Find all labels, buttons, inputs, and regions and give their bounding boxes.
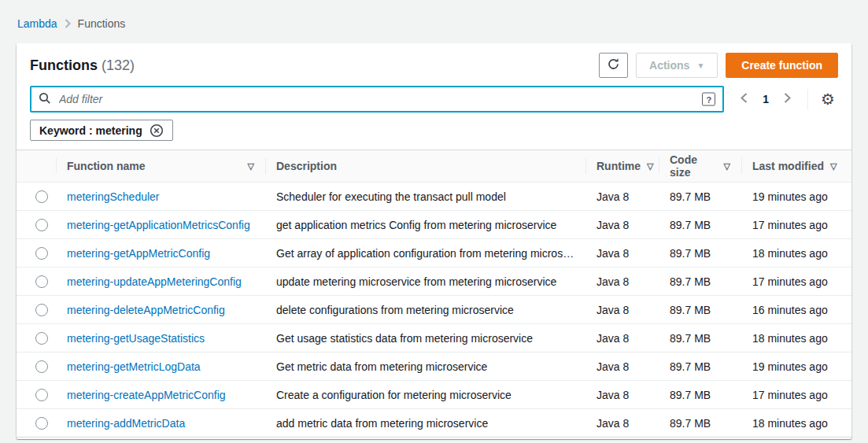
column-header-code-size[interactable]: Code size ▽ [659, 150, 741, 182]
column-header-last-modified[interactable]: Last modified ▽ [741, 150, 851, 182]
function-description: Create a configuration for metering micr… [265, 389, 585, 401]
function-description: delete configurations from metering micr… [265, 304, 585, 316]
sort-icon[interactable]: ▽ [248, 161, 254, 172]
row-select-radio[interactable] [35, 332, 48, 345]
function-runtime: Java 8 [585, 247, 659, 260]
function-last-modified: 19 minutes ago [741, 360, 851, 373]
column-header-description: Description [265, 150, 585, 182]
breadcrumb-functions: Functions [78, 17, 126, 30]
column-label: Code size [670, 153, 718, 179]
row-select-radio[interactable] [35, 360, 48, 373]
function-code-size: 89.7 MB [659, 247, 741, 260]
chevron-right-icon [783, 92, 792, 106]
function-name-link[interactable]: metering-getUsageStatistics [67, 332, 205, 345]
function-runtime: Java 8 [585, 389, 659, 401]
function-last-modified: 18 minutes ago [741, 332, 851, 345]
function-name-link[interactable]: metering-createAppMetricConfig [67, 389, 226, 401]
function-runtime: Java 8 [585, 360, 659, 373]
function-runtime: Java 8 [585, 275, 659, 288]
function-last-modified: 17 minutes ago [741, 275, 851, 288]
column-label: Last modified [752, 160, 824, 172]
filter-search-box: ? [30, 86, 724, 113]
function-code-size: 89.7 MB [659, 275, 741, 288]
settings-button[interactable]: ⚙ [818, 91, 838, 107]
search-icon [39, 92, 51, 107]
current-page-number: 1 [763, 93, 769, 105]
function-description: get application metrics Config from mete… [265, 219, 585, 231]
sort-icon[interactable]: ▽ [647, 161, 653, 172]
table-row: metering-updateAppMeteringConfig update … [17, 268, 851, 296]
function-name-link[interactable]: metering-addMetricData [67, 417, 185, 430]
breadcrumb-chevron-icon [65, 19, 71, 28]
table-row: metering-getMetricLogData Get metric dat… [17, 353, 851, 381]
chevron-left-icon [740, 92, 748, 106]
filter-chip: Keyword : metering [30, 120, 173, 141]
function-description: Scheduler for executing the transact pul… [265, 190, 585, 203]
actions-button[interactable]: Actions ▼ [636, 53, 718, 78]
create-function-button[interactable]: Create function [726, 53, 838, 78]
toolbar-divider [807, 89, 808, 109]
row-select-radio[interactable] [35, 247, 48, 260]
function-name-link[interactable]: metering-getMetricLogData [67, 360, 201, 373]
functions-table: Function name ▽ Description Runtime ▽ Co… [17, 150, 851, 437]
remove-filter-icon[interactable] [150, 124, 164, 138]
filter-input[interactable] [57, 92, 697, 106]
functions-panel: Functions (132) Actions ▼ Create functio… [17, 43, 851, 439]
row-select-radio[interactable] [35, 275, 48, 288]
table-row: metering-createAppMetricConfig Create a … [17, 381, 851, 409]
table-row: metering-getAppMetricConfig Get array of… [17, 239, 851, 268]
next-page-button[interactable] [781, 90, 793, 108]
header-actions: Actions ▼ Create function [599, 53, 838, 78]
column-header-function-name[interactable]: Function name ▽ [56, 150, 265, 182]
function-name-link[interactable]: metering-deleteAppMetricConfig [67, 304, 225, 316]
table-header: Function name ▽ Description Runtime ▽ Co… [17, 150, 851, 183]
column-label: Description [276, 160, 337, 172]
function-name-link[interactable]: metering-getApplicationMetricsConfig [67, 219, 250, 231]
function-description: Get usage statistics data from metering … [265, 332, 585, 345]
page-title-text: Functions [30, 57, 98, 73]
refresh-button[interactable] [599, 53, 628, 78]
function-code-size: 89.7 MB [659, 190, 741, 203]
function-description: Get array of application configuration f… [265, 247, 585, 260]
function-code-size: 89.7 MB [659, 304, 741, 316]
function-code-size: 89.7 MB [659, 389, 741, 401]
function-last-modified: 16 minutes ago [741, 304, 851, 316]
previous-page-button[interactable] [738, 90, 750, 108]
function-runtime: Java 8 [585, 417, 659, 430]
header-select-column [17, 150, 56, 182]
function-runtime: Java 8 [585, 332, 659, 345]
applied-filters: Keyword : metering [17, 113, 851, 150]
table-row: metering-getApplicationMetricsConfig get… [17, 211, 851, 239]
panel-header: Functions (132) Actions ▼ Create functio… [17, 43, 851, 84]
row-select-radio[interactable] [35, 219, 48, 231]
row-select-radio[interactable] [35, 417, 48, 430]
table-body: meteringScheduler Scheduler for executin… [17, 183, 851, 437]
row-select-radio[interactable] [35, 190, 48, 203]
row-select-radio[interactable] [35, 389, 48, 401]
table-row: metering-addMetricData add metric data f… [17, 409, 851, 437]
function-name-link[interactable]: metering-getAppMetricConfig [67, 247, 210, 260]
filter-help-icon[interactable]: ? [702, 93, 715, 106]
function-last-modified: 19 minutes ago [741, 190, 851, 203]
function-last-modified: 18 minutes ago [741, 247, 851, 260]
function-last-modified: 17 minutes ago [741, 219, 851, 231]
table-row: meteringScheduler Scheduler for executin… [17, 183, 851, 211]
breadcrumb: Lambda Functions [0, 0, 868, 30]
function-name-link[interactable]: metering-updateAppMeteringConfig [67, 275, 242, 288]
page-title: Functions (132) [30, 57, 135, 74]
pagination: 1 [733, 90, 798, 108]
function-code-size: 89.7 MB [659, 417, 741, 430]
function-code-size: 89.7 MB [659, 332, 741, 345]
function-name-link[interactable]: meteringScheduler [67, 190, 160, 203]
sort-icon[interactable]: ▽ [830, 161, 837, 172]
column-header-runtime[interactable]: Runtime ▽ [585, 150, 659, 182]
functions-count: (132) [102, 57, 135, 73]
breadcrumb-lambda-link[interactable]: Lambda [17, 17, 57, 30]
function-runtime: Java 8 [585, 190, 659, 203]
row-select-radio[interactable] [35, 304, 48, 316]
function-code-size: 89.7 MB [659, 360, 741, 373]
sort-icon[interactable]: ▽ [724, 161, 730, 172]
refresh-icon [607, 57, 620, 73]
function-runtime: Java 8 [585, 219, 659, 231]
column-label: Runtime [597, 160, 641, 172]
